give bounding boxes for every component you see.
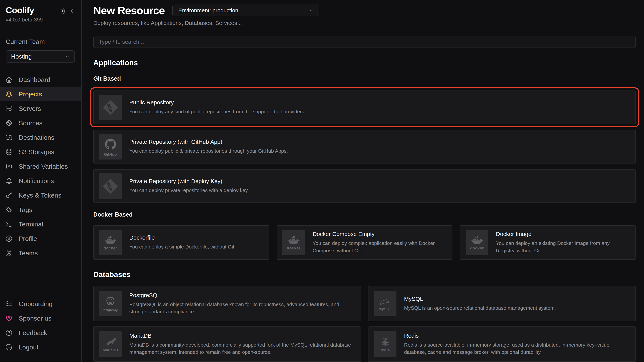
logout-icon	[5, 343, 13, 351]
sidebar-item-sources[interactable]: Sources	[0, 116, 81, 130]
sidebar-item-tags[interactable]: Tags	[0, 202, 81, 217]
sidebar-item-label: Destinations	[19, 134, 54, 141]
chevron-down-icon	[64, 54, 70, 59]
card-title: Private Repository (with Deploy Key)	[129, 178, 249, 184]
page-title: New Resource	[93, 4, 165, 17]
docker-wordmark: docker	[287, 246, 300, 250]
sidebar-nav: Dashboard Projects Servers Sources Desti…	[0, 72, 81, 260]
server-icon	[5, 105, 13, 112]
section-databases: Databases	[93, 270, 636, 279]
card-title: Docker Image	[496, 231, 628, 237]
github-icon: GitHub	[99, 134, 122, 160]
current-team-label: Current Team	[6, 38, 81, 45]
page-subtitle: Deploy resources, like Applications, Dat…	[93, 20, 636, 26]
card-postgresql[interactable]: PostgreSQL PostgreSQL PostgreSQL is an o…	[93, 286, 361, 321]
sidebar-item-label: S3 Storages	[19, 148, 54, 156]
environment-select[interactable]: Environment: production	[172, 4, 319, 16]
sidebar-item-label: Shared Variables	[19, 163, 68, 170]
subsection-git-based: Git Based	[93, 75, 636, 82]
heart-icon	[5, 315, 13, 322]
redis-icon: redis	[374, 331, 396, 357]
card-private-repository-deploy-key[interactable]: Private Repository (with Deploy Key) You…	[93, 169, 636, 203]
card-description: You can deploy an existing Docker Image …	[496, 240, 628, 254]
card-private-repository-github-app[interactable]: GitHub Private Repository (with GitHub A…	[93, 130, 636, 164]
sidebar-item-onboarding[interactable]: Onboarding	[0, 297, 81, 311]
card-description: MariaDB is a community-developed, commer…	[129, 341, 354, 356]
card-redis[interactable]: redis Redis Redis is a source-available,…	[368, 327, 636, 362]
theme-selector-chevrons-icon[interactable]	[70, 8, 75, 13]
database-icon	[5, 148, 13, 156]
sidebar-item-label: Teams	[19, 249, 38, 257]
card-mysql[interactable]: MySQL MySQL MySQL is an open-source rela…	[368, 286, 636, 321]
user-circle-icon	[5, 235, 13, 242]
users-icon	[5, 249, 13, 257]
sidebar-item-notifications[interactable]: Notifications	[0, 174, 81, 188]
sidebar-item-s3-storages[interactable]: S3 Storages	[0, 145, 81, 159]
docker-icon: docker	[466, 230, 488, 255]
sidebar-item-label: Sources	[19, 119, 42, 127]
sidebar-item-feedback[interactable]: Feedback	[0, 326, 81, 340]
sidebar-item-destinations[interactable]: Destinations	[0, 130, 81, 145]
team-select[interactable]: Hosting	[6, 50, 75, 63]
docker-icon: docker	[282, 230, 305, 255]
card-description: You can deploy complex application easil…	[313, 240, 446, 254]
card-title: Dockerfile	[129, 234, 236, 241]
app-version: v4.0.0-beta.399	[6, 17, 81, 23]
sidebar-item-label: Feedback	[19, 329, 47, 337]
card-title: Public Repository	[129, 99, 306, 106]
checklist-icon	[5, 300, 13, 308]
card-dockerfile[interactable]: docker Dockerfile You can deploy a simpl…	[93, 225, 269, 260]
sidebar-item-label: Terminal	[19, 220, 43, 228]
card-description: You can deploy public & private reposito…	[129, 147, 288, 155]
app-logo: Coolify	[6, 6, 34, 15]
card-description: You can deploy a simple Dockerfile, with…	[129, 243, 236, 250]
section-applications: Applications	[93, 59, 636, 67]
sidebar-item-projects[interactable]: Projects	[0, 87, 81, 101]
sidebar-item-logout[interactable]: Logout	[0, 340, 81, 355]
docker-wordmark: docker	[104, 246, 117, 250]
sidebar-item-dashboard[interactable]: Dashboard	[0, 72, 81, 87]
postgresql-wordmark: PostgreSQL	[102, 309, 119, 312]
sidebar-item-label: Profile	[19, 235, 37, 242]
sidebar-footer-nav: Onboarding Sponsor us Feedback Logout	[0, 297, 81, 355]
card-docker-compose-empty[interactable]: docker Docker Compose Empty You can depl…	[277, 225, 453, 260]
redis-wordmark: redis	[381, 348, 390, 352]
postgresql-icon: PostgreSQL	[99, 291, 122, 316]
sidebar-item-sponsor-us[interactable]: Sponsor us	[0, 311, 81, 326]
sidebar-item-label: Onboarding	[19, 300, 52, 308]
sidebar-item-profile[interactable]: Profile	[0, 231, 81, 246]
environment-select-value: Environment: production	[178, 7, 238, 14]
sidebar-item-keys-tokens[interactable]: Keys & Tokens	[0, 188, 81, 202]
variables-icon	[5, 163, 13, 170]
sidebar-item-label: Dashboard	[19, 76, 50, 83]
layers-icon	[5, 90, 13, 98]
github-wordmark: GitHub	[104, 153, 117, 156]
card-mariadb[interactable]: MariaDB MariaDB MariaDB is a community-d…	[93, 327, 361, 362]
card-description: PostgreSQL is an object-relational datab…	[129, 301, 354, 315]
git-icon	[99, 174, 122, 199]
sidebar-item-servers[interactable]: Servers	[0, 101, 81, 116]
git-branch-icon	[5, 119, 13, 127]
sun-icon[interactable]	[60, 7, 67, 14]
sidebar-item-label: Servers	[19, 105, 41, 112]
sidebar-item-label: Projects	[19, 90, 42, 98]
card-title: Docker Compose Empty	[313, 231, 446, 237]
sidebar-item-label: Logout	[19, 344, 38, 351]
card-title: MySQL	[404, 296, 556, 302]
sidebar-item-teams[interactable]: Teams	[0, 246, 81, 260]
sidebar-item-label: Tags	[19, 206, 32, 213]
card-title: Private Repository (with GitHub App)	[129, 139, 288, 145]
sidebar-item-shared-variables[interactable]: Shared Variables	[0, 159, 81, 174]
docker-icon: docker	[99, 230, 122, 255]
search-input[interactable]	[93, 36, 636, 48]
main-content: New Resource Environment: production Dep…	[82, 0, 644, 362]
key-icon	[5, 191, 13, 199]
sidebar-item-terminal[interactable]: Terminal	[0, 217, 81, 231]
card-description: You can deploy any kind of public reposi…	[129, 108, 306, 115]
docker-wordmark: docker	[470, 246, 484, 250]
terminal-icon	[5, 220, 13, 228]
card-description: Redis is a source-available, in-memory s…	[404, 341, 628, 356]
team-select-value: Hosting	[11, 53, 32, 60]
card-docker-image[interactable]: docker Docker Image You can deploy an ex…	[460, 225, 636, 260]
card-public-repository[interactable]: Public Repository You can deploy any kin…	[93, 90, 636, 124]
